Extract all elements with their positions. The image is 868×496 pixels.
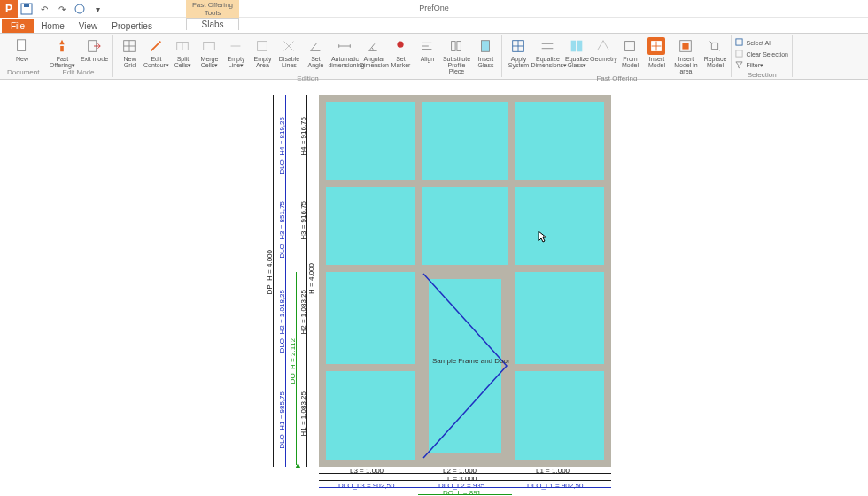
select-all-button[interactable]: Select All: [735, 37, 787, 48]
edit-contour-button[interactable]: Edit Contour▾: [143, 37, 168, 68]
equalize-dims-button[interactable]: Equalize Dimensions▾: [532, 37, 562, 68]
svg-rect-21: [736, 50, 742, 57]
svg-rect-19: [683, 43, 689, 49]
dim-dlo-l1: DLO_L1 = 902,50: [527, 482, 583, 490]
svg-rect-1: [24, 4, 29, 7]
auto-dim-button[interactable]: Automatic dimensioning: [329, 37, 360, 68]
group-label: Document: [7, 68, 39, 77]
insert-model-area-button[interactable]: Insert Model in area: [670, 37, 701, 74]
dim-dlo-h2: DLO_H2 = 1.018,25: [278, 290, 286, 353]
dim-h4: H4 = 916,75: [299, 117, 307, 156]
svg-rect-16: [625, 42, 635, 51]
dim-dlo-h4: DLO_H4 = 819,25: [278, 117, 286, 174]
dim-dlo-h3: DLO_H3 = 851,75: [278, 201, 286, 259]
redo-icon[interactable]: ↷: [55, 2, 69, 16]
set-marker-button[interactable]: Set Marker: [388, 37, 413, 68]
clear-selection-button[interactable]: Clear Selection: [735, 49, 787, 59]
apply-system-button[interactable]: Apply System: [506, 37, 531, 68]
from-model-button[interactable]: From Model: [617, 37, 642, 68]
contextual-tab-group: Fast Offering Tools Slabs: [186, 0, 239, 30]
group-label: Edit Mode: [47, 68, 109, 77]
dim-h1: H1 = 1.083,25: [299, 391, 307, 436]
svg-point-2: [75, 4, 84, 13]
tab-slabs[interactable]: Slabs: [186, 18, 239, 30]
group-fast-offering: Apply System Equalize Dimensions▾ Equali…: [502, 35, 732, 77]
contextual-header: Fast Offering Tools: [186, 0, 239, 18]
frame: Sample Frame and Door: [319, 95, 611, 467]
title-bar: P ↶ ↷ ▾ PrefOne: [0, 0, 868, 18]
dim-l1: L1 = 1.000: [536, 467, 570, 475]
sample-label: Sample Frame and Door: [432, 357, 510, 365]
window-title: PrefOne: [419, 4, 449, 12]
group-selection: Select All Clear Selection Filter▾ Selec…: [732, 35, 792, 77]
svg-rect-7: [204, 43, 215, 50]
ribbon: New Document Fast Offering▾ Exit mode Ed…: [0, 34, 868, 80]
filter-button[interactable]: Filter▾: [735, 60, 787, 71]
insert-model-button[interactable]: Insert Model: [644, 37, 669, 68]
qat-dropdown-icon[interactable]: ▾: [90, 2, 105, 16]
replace-model-button[interactable]: Replace Model: [702, 37, 727, 68]
dim-dlo-h1: DLO_H1 = 985,75: [278, 391, 286, 449]
svg-rect-3: [18, 40, 26, 51]
tab-view[interactable]: View: [72, 19, 105, 33]
origin-marker-icon: ▲: [294, 461, 302, 469]
dim-dlo-l3: DLO_L3 = 902,50: [338, 482, 394, 490]
fast-offering-button[interactable]: Fast Offering▾: [47, 37, 77, 68]
set-angle-button[interactable]: Set Angle: [303, 37, 328, 68]
new-button[interactable]: New: [7, 37, 37, 62]
svg-point-9: [398, 42, 404, 48]
group-edition: New Grid Edit Contour▾ Split Cells▾ Merg…: [113, 35, 502, 77]
disable-lines-button[interactable]: Disable Lines: [276, 37, 301, 68]
exit-mode-button[interactable]: Exit mode: [79, 37, 109, 62]
geometry-button[interactable]: Geometry: [591, 37, 616, 62]
save-icon[interactable]: [19, 2, 34, 16]
dim-do-h: DO_H = 2.112: [289, 338, 297, 384]
tab-properties[interactable]: Properties: [105, 19, 159, 33]
empty-line-button[interactable]: Empty Line▾: [223, 37, 248, 68]
align-button[interactable]: Align: [415, 37, 439, 62]
svg-rect-12: [482, 41, 490, 52]
substitute-profile-button[interactable]: Substitute Profile Piece: [441, 37, 471, 74]
merge-cells-button[interactable]: Merge Cells▾: [197, 37, 221, 68]
svg-rect-11: [457, 42, 461, 51]
cursor-icon: [538, 230, 548, 244]
ribbon-tabstrip: File Home View Properties Fast Offering …: [0, 18, 868, 34]
tab-home[interactable]: Home: [34, 19, 72, 33]
svg-rect-10: [452, 42, 455, 51]
split-cells-button[interactable]: Split Cells▾: [170, 37, 195, 68]
app-icon: P: [0, 0, 18, 18]
dim-l3: L3 = 1.000: [350, 467, 384, 475]
drawing-canvas[interactable]: Sample Frame and Door DP_H = 4.000 DLO_H…: [0, 81, 868, 496]
dim-h3: H3 = 916,75: [299, 201, 307, 240]
equalize-glass-button[interactable]: Equalize Glass▾: [564, 37, 589, 68]
svg-rect-8: [258, 42, 267, 51]
group-document: New Document: [4, 35, 43, 77]
dim-l2: L2 = 1.000: [443, 467, 477, 475]
svg-rect-14: [571, 41, 576, 52]
svg-rect-15: [577, 41, 582, 52]
insert-glass-button[interactable]: Insert Glass: [473, 37, 498, 68]
empty-area-button[interactable]: Empty Area: [250, 37, 275, 68]
file-tab[interactable]: File: [2, 19, 34, 33]
dim-h2: H2 = 1.083,25: [299, 290, 307, 334]
curtain-wall-drawing: Sample Frame and Door DP_H = 4.000 DLO_H…: [266, 90, 638, 496]
group-label: Selection: [735, 71, 787, 79]
ang-dim-button[interactable]: Angular Dimension: [361, 37, 386, 68]
group-edit-mode: Fast Offering▾ Exit mode Edit Mode: [43, 35, 113, 77]
dim-h-total: H = 4.000: [307, 263, 315, 294]
new-grid-button[interactable]: New Grid: [117, 37, 142, 68]
refresh-icon[interactable]: [73, 2, 87, 16]
dim-dp-h: DP_H = 4.000: [266, 250, 274, 294]
dim-do-l: DO_L = 891: [443, 489, 481, 496]
undo-icon[interactable]: ↶: [37, 2, 51, 16]
svg-rect-20: [736, 39, 742, 45]
